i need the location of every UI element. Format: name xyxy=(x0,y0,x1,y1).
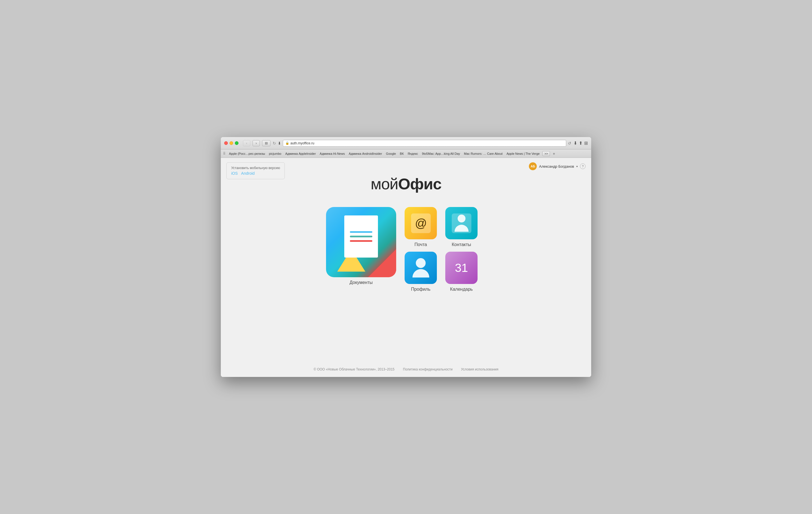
bookmark-item[interactable]: Mac Rumors: … Care About xyxy=(462,152,504,156)
logo-bold: Офис xyxy=(398,175,441,193)
forward-icon: › xyxy=(256,141,257,145)
app-grid: Документы @ Почта xyxy=(326,207,486,292)
bookmark-item[interactable]: Админка AppleInsider xyxy=(284,152,318,156)
bookmarks-bar: ⠿ Apple (Росс…рес-релизы picjumbo Админк… xyxy=(221,150,591,158)
main-content: мойОфис xyxy=(221,158,591,377)
toolbar-right: ⬇ ⬆ ⊞ xyxy=(574,140,588,146)
contacts-label: Контакты xyxy=(452,242,471,247)
documents-app-item[interactable]: Документы xyxy=(326,207,396,285)
calendar-app-item[interactable]: 31 Календарь xyxy=(445,252,477,292)
bookmark-item[interactable]: Яндекс xyxy=(406,152,420,156)
contacts-app-item[interactable]: Контакты xyxy=(445,207,477,247)
documents-icon-bg xyxy=(326,207,396,277)
page-content: Установить мобильную версию iOS Android … xyxy=(221,158,591,377)
profile-label: Профиль xyxy=(411,287,430,292)
user-name[interactable]: Александр Богданов xyxy=(539,164,574,168)
profile-app-item[interactable]: Профиль xyxy=(405,252,437,292)
upload-icon[interactable]: ⬆ xyxy=(579,140,582,146)
lock-icon: 🔒 xyxy=(285,141,289,145)
bookmarks-more-button[interactable]: >> xyxy=(542,151,550,156)
page-footer: © ООО «Новые Облачные Технологии», 2013–… xyxy=(308,362,504,377)
docs-line-3 xyxy=(350,240,372,242)
mac-window: ‹ › ▤ ↻ ⬇ 🔒 auth.myoffice.ru ↺ ⬇ ⬆ ⊞ ⠿ A… xyxy=(221,137,591,377)
contacts-icon-bg xyxy=(445,207,477,239)
back-icon: ‹ xyxy=(246,141,247,145)
mail-icon-bg: @ xyxy=(405,207,437,239)
sidebar-icon: ▤ xyxy=(265,141,268,145)
contacts-icon xyxy=(445,207,477,239)
mail-app-item[interactable]: @ Почта xyxy=(405,207,437,247)
logo: мойОфис xyxy=(371,175,441,193)
mail-at-container: @ xyxy=(411,214,431,233)
docs-paper xyxy=(344,215,378,258)
bookmark-item[interactable]: picjumbo xyxy=(267,152,283,156)
documents-label: Документы xyxy=(350,280,373,285)
user-info: АБ Александр Богданов ▾ ? xyxy=(529,162,586,170)
docs-line-2 xyxy=(350,236,372,237)
download-icon[interactable]: ⬇ xyxy=(278,141,281,145)
calendar-label: Календарь xyxy=(450,287,473,292)
calendar-icon-bg: 31 xyxy=(445,252,477,284)
back-button[interactable]: ‹ xyxy=(243,140,250,146)
ios-link[interactable]: iOS xyxy=(231,171,238,175)
mail-label: Почта xyxy=(414,242,427,247)
address-bar-group: ↻ ⬇ 🔒 auth.myoffice.ru ↺ xyxy=(273,140,571,146)
profile-head xyxy=(416,258,426,268)
forward-button[interactable]: › xyxy=(253,140,260,146)
bookmark-add-button[interactable]: + xyxy=(551,151,557,157)
bookmark-item[interactable]: Админка Hi-News xyxy=(318,152,347,156)
traffic-lights xyxy=(224,141,238,145)
contacts-card xyxy=(452,214,471,233)
maximize-button[interactable] xyxy=(235,141,238,145)
download-status-icon[interactable]: ⬇ xyxy=(574,140,577,146)
bookmarks-grid-icon[interactable]: ⠿ xyxy=(223,152,226,156)
close-button[interactable] xyxy=(224,141,228,145)
person-head xyxy=(458,215,465,222)
address-text: auth.myoffice.ru xyxy=(290,141,314,145)
share-icon[interactable]: ↻ xyxy=(273,141,276,145)
bookmark-item-apple-news[interactable]: Apple News | The Verge xyxy=(505,152,541,156)
bookmark-item[interactable]: Админка AndroidInsider xyxy=(347,152,384,156)
user-dropdown-icon[interactable]: ▾ xyxy=(576,165,578,168)
profile-icon xyxy=(405,252,437,284)
user-avatar: АБ xyxy=(529,162,537,170)
privacy-link[interactable]: Политика конфиденциальности xyxy=(403,368,453,371)
documents-icon xyxy=(326,207,396,277)
docs-line-1 xyxy=(350,231,372,233)
calendar-icon: 31 xyxy=(445,252,477,284)
reload-icon[interactable]: ↺ xyxy=(568,141,571,145)
bookmark-item[interactable]: 9to5Mac: App…king All Day xyxy=(420,152,462,156)
bookmark-item[interactable]: ВК xyxy=(398,152,405,156)
profile-icon-bg xyxy=(405,252,437,284)
android-link[interactable]: Android xyxy=(241,171,255,175)
profile-body xyxy=(412,269,429,277)
mail-at-symbol: @ xyxy=(415,217,427,230)
mail-icon: @ xyxy=(405,207,437,239)
grid-view-icon[interactable]: ⊞ xyxy=(584,140,588,146)
address-bar[interactable]: 🔒 auth.myoffice.ru xyxy=(283,140,566,146)
minimize-button[interactable] xyxy=(230,141,233,145)
person-body xyxy=(455,225,469,232)
logo-thin: мой xyxy=(371,175,398,193)
sidebar-toggle-button[interactable]: ▤ xyxy=(262,140,270,146)
terms-link[interactable]: Условия использования xyxy=(461,368,498,371)
mobile-links: iOS Android xyxy=(231,171,280,175)
right-grid: @ Почта xyxy=(405,207,477,292)
bookmark-item[interactable]: Google xyxy=(384,152,398,156)
calendar-number: 31 xyxy=(455,261,468,275)
help-button[interactable]: ? xyxy=(580,163,586,169)
copyright-text: © ООО «Новые Облачные Технологии», 2013–… xyxy=(314,368,395,371)
title-bar: ‹ › ▤ ↻ ⬇ 🔒 auth.myoffice.ru ↺ ⬇ ⬆ ⊞ xyxy=(221,137,591,150)
mobile-install-box: Установить мобильную версию iOS Android xyxy=(226,162,285,179)
mobile-install-text: Установить мобильную версию xyxy=(231,166,280,170)
bookmark-item[interactable]: Apple (Росс…рес-релизы xyxy=(227,152,267,156)
